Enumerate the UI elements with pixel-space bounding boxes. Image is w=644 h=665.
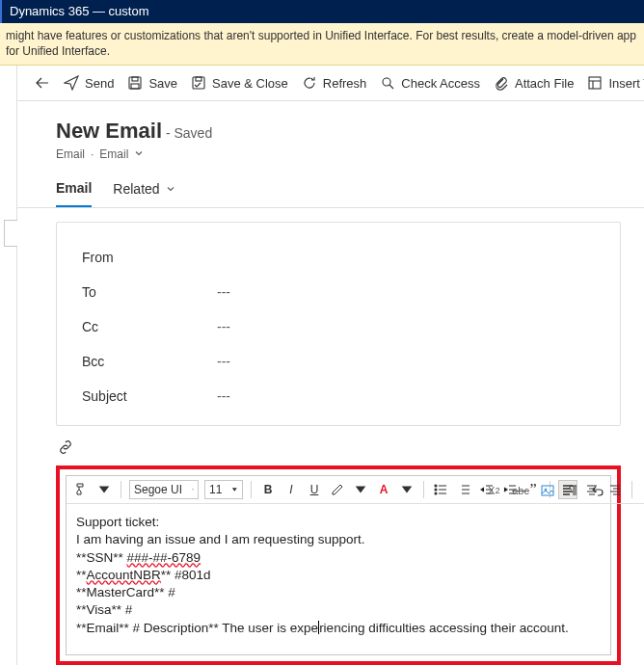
align-right-button[interactable] bbox=[606, 480, 624, 499]
bullet-list-button[interactable] bbox=[432, 480, 449, 499]
body-line: **Email** # Description** The user is ex… bbox=[76, 620, 601, 637]
svg-rect-3 bbox=[193, 77, 204, 89]
refresh-label: Refresh bbox=[323, 76, 367, 91]
cc-field[interactable]: Cc --- bbox=[82, 309, 595, 344]
body-line: **SSN** ###-##-6789 bbox=[76, 549, 601, 567]
format-painter-dropdown[interactable] bbox=[95, 480, 113, 499]
highlight-dropdown[interactable] bbox=[352, 480, 369, 499]
body-line: **AccountNBR** #801d bbox=[76, 567, 601, 584]
svg-point-7 bbox=[435, 485, 437, 487]
save-button[interactable]: Save bbox=[127, 75, 177, 91]
highlight-annotation: Segoe UI 11 B I U bbox=[56, 466, 621, 665]
insert-link-button[interactable] bbox=[640, 480, 644, 499]
chevron-down-icon[interactable] bbox=[134, 147, 144, 161]
chevron-down-icon bbox=[166, 184, 175, 194]
breadcrumb: Email · Email bbox=[56, 147, 621, 161]
to-field[interactable]: To --- bbox=[82, 275, 595, 309]
page-status: - Saved bbox=[166, 125, 212, 141]
svg-point-8 bbox=[435, 489, 437, 491]
svg-rect-2 bbox=[131, 84, 139, 89]
subject-value: --- bbox=[217, 388, 230, 404]
tab-bar: Email Related bbox=[17, 167, 644, 208]
cc-label: Cc bbox=[82, 319, 217, 334]
font-color-dropdown[interactable] bbox=[398, 480, 416, 499]
warning-banner: might have features or customizations th… bbox=[0, 23, 644, 66]
command-bar: Send Save Save & Close Refresh Check Acc… bbox=[17, 66, 644, 101]
cc-value: --- bbox=[217, 319, 230, 334]
breadcrumb-form: Email bbox=[99, 147, 128, 161]
to-label: To bbox=[82, 284, 217, 300]
warning-text: might have features or customizations th… bbox=[6, 29, 636, 58]
insert-template-button[interactable]: Insert Templat bbox=[587, 75, 644, 91]
chevron-down-icon bbox=[231, 486, 238, 493]
undo-button[interactable] bbox=[589, 481, 606, 500]
svg-rect-6 bbox=[589, 77, 601, 89]
subject-field[interactable]: Subject --- bbox=[82, 379, 595, 413]
tab-related[interactable]: Related bbox=[113, 180, 174, 207]
page-title: New Email bbox=[56, 119, 162, 143]
number-list-button[interactable] bbox=[455, 480, 472, 499]
bcc-field[interactable]: Bcc --- bbox=[82, 344, 595, 379]
tab-email[interactable]: Email bbox=[56, 180, 92, 207]
check-access-label: Check Access bbox=[401, 76, 480, 91]
font-family-value: Segoe UI bbox=[134, 483, 182, 496]
email-body-editor[interactable]: Support ticket: I am having an issue and… bbox=[67, 504, 610, 654]
body-line: **Visa** # bbox=[76, 601, 601, 619]
body-line: Support ticket: bbox=[76, 514, 601, 531]
body-line: **MasterCard** # bbox=[76, 584, 601, 601]
collapsed-panel-stub[interactable] bbox=[4, 220, 17, 247]
tab-related-label: Related bbox=[113, 181, 159, 197]
refresh-button[interactable]: Refresh bbox=[302, 75, 367, 91]
breadcrumb-sep: · bbox=[91, 147, 94, 161]
bold-button[interactable]: B bbox=[259, 480, 277, 499]
body-line: I am having an issue and I am requesting… bbox=[76, 531, 601, 548]
back-button[interactable] bbox=[35, 75, 50, 91]
left-gutter bbox=[0, 66, 17, 665]
svg-point-9 bbox=[435, 492, 437, 494]
highlight-button[interactable] bbox=[329, 480, 346, 499]
chevron-down-icon bbox=[192, 486, 194, 493]
send-label: Send bbox=[85, 76, 114, 91]
format-painter-button[interactable] bbox=[72, 480, 90, 499]
attachments-toggle[interactable] bbox=[56, 434, 621, 466]
strikethrough-button[interactable]: abc bbox=[510, 481, 531, 500]
bcc-value: --- bbox=[217, 354, 230, 369]
subject-label: Subject bbox=[82, 388, 217, 404]
subscript-button[interactable]: X2 bbox=[485, 481, 502, 500]
direction-button[interactable] bbox=[564, 481, 581, 500]
page-header: New Email - Saved Email · Email bbox=[17, 101, 644, 167]
save-close-label: Save & Close bbox=[212, 76, 288, 91]
save-close-button[interactable]: Save & Close bbox=[191, 75, 288, 91]
to-value: --- bbox=[217, 284, 230, 300]
rte-toolbar-overflow: X2 abc bbox=[485, 481, 606, 500]
underline-button[interactable]: U bbox=[306, 480, 323, 499]
from-field[interactable]: From bbox=[82, 240, 595, 275]
attach-file-button[interactable]: Attach File bbox=[494, 75, 574, 91]
font-size-value: 11 bbox=[209, 483, 222, 496]
font-size-select[interactable]: 11 bbox=[204, 480, 243, 499]
insert-template-label: Insert Templat bbox=[608, 76, 644, 91]
check-access-button[interactable]: Check Access bbox=[380, 75, 480, 91]
title-bar-text: Dynamics 365 — custom bbox=[10, 4, 149, 18]
font-family-select[interactable]: Segoe UI bbox=[129, 480, 199, 499]
from-label: From bbox=[82, 250, 217, 265]
rich-text-editor: Segoe UI 11 B I U bbox=[66, 475, 611, 655]
font-color-button[interactable]: A bbox=[375, 480, 392, 499]
breadcrumb-entity: Email bbox=[56, 147, 85, 161]
svg-rect-4 bbox=[196, 77, 201, 81]
insert-image-button[interactable] bbox=[539, 481, 556, 500]
send-button[interactable]: Send bbox=[64, 75, 114, 91]
email-fields-panel: From To --- Cc --- Bcc --- Subject --- bbox=[56, 222, 621, 426]
title-bar: Dynamics 365 — custom bbox=[0, 0, 644, 23]
svg-rect-1 bbox=[132, 77, 138, 81]
tab-email-label: Email bbox=[56, 180, 92, 196]
italic-button[interactable]: I bbox=[282, 480, 300, 499]
attach-file-label: Attach File bbox=[515, 76, 574, 91]
save-label: Save bbox=[148, 76, 177, 91]
bcc-label: Bcc bbox=[82, 354, 217, 369]
svg-point-5 bbox=[383, 78, 390, 86]
